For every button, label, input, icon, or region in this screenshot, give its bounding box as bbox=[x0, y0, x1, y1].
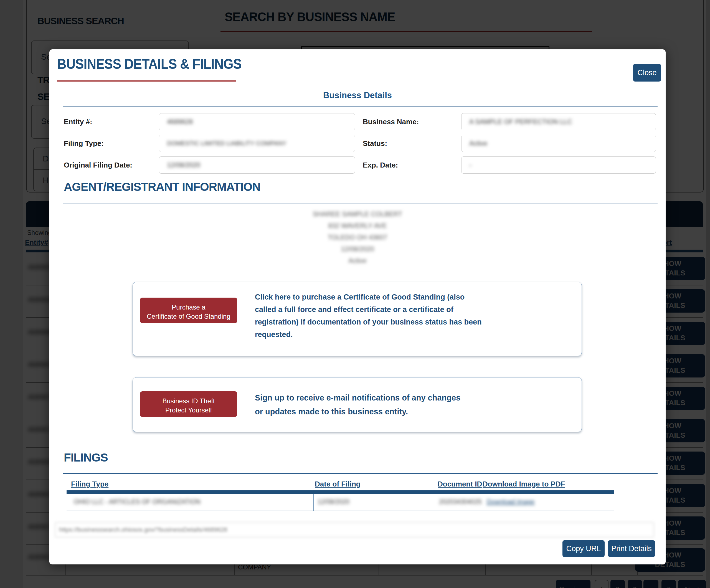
id-theft-callout: Business ID Theft Protect Yourself Sign … bbox=[133, 377, 582, 432]
filings-bottom-rule bbox=[67, 511, 614, 511]
status-label: Status: bbox=[363, 135, 387, 152]
certificate-callout-text: Click here to purchase a Certificate of … bbox=[255, 291, 482, 341]
filings-heading: FILINGS bbox=[64, 451, 108, 464]
original-filing-date-field: 12/08/2020 bbox=[159, 157, 355, 173]
status-value: Active bbox=[462, 135, 656, 152]
filing-type-value: DOMESTIC LIMITED LIABILITY COMPANY bbox=[159, 135, 355, 152]
exp-date-field: - bbox=[461, 157, 656, 173]
entity-number-label: Entity #: bbox=[64, 113, 92, 131]
business-id-theft-button[interactable]: Business ID Theft Protect Yourself bbox=[140, 391, 237, 417]
id-theft-callout-text: Sign up to receive e-mail notifications … bbox=[255, 391, 460, 419]
entity-number-value: 4689628 bbox=[159, 113, 355, 130]
section-divider bbox=[63, 204, 658, 204]
entity-number-field: 4689628 bbox=[159, 113, 355, 131]
business-details-heading: Business Details bbox=[49, 90, 666, 100]
status-field: Active bbox=[461, 135, 656, 152]
details-url-input[interactable] bbox=[55, 522, 654, 537]
agent-registrant-heading: AGENT/REGISTRANT INFORMATION bbox=[64, 180, 260, 194]
exp-date-label: Exp. Date: bbox=[363, 157, 398, 173]
filings-header-rule bbox=[67, 490, 614, 494]
business-name-value: A SAMPLE OF PERFECTION LLC bbox=[462, 113, 656, 130]
original-filing-date-value: 12/08/2020 bbox=[159, 157, 355, 173]
business-details-modal: BUSINESS DETAILS & FILINGS Close Busines… bbox=[49, 49, 666, 564]
close-button[interactable]: Close bbox=[633, 64, 661, 81]
filing-type-cell: OHIO LLC - ARTICLES OF ORGANIZATION bbox=[74, 498, 200, 505]
agent-city-state-zip: TOLEDO OH 43607 bbox=[49, 234, 666, 241]
cell-divider bbox=[313, 494, 314, 511]
filing-type-label: Filing Type: bbox=[64, 135, 104, 152]
agent-address: 832 WAVERLY AVE bbox=[49, 222, 666, 230]
cell-divider bbox=[482, 494, 482, 511]
business-name-label: Business Name: bbox=[363, 113, 419, 131]
section-divider bbox=[63, 473, 658, 474]
certificate-callout: Purchase a Certificate of Good Standing … bbox=[133, 282, 582, 356]
filings-col-document-id[interactable]: Document ID bbox=[437, 480, 482, 489]
filings-col-date[interactable]: Date of Filing bbox=[315, 480, 360, 489]
filings-col-download[interactable]: Download Image to PDF bbox=[482, 480, 565, 489]
business-name-field: A SAMPLE OF PERFECTION LLC bbox=[461, 113, 656, 131]
copy-url-button[interactable]: Copy URL bbox=[563, 540, 605, 557]
agent-name: SHAREE SAMPLE COLBERT bbox=[49, 210, 666, 218]
modal-title-underline bbox=[57, 80, 236, 81]
agent-status: Active bbox=[49, 257, 666, 265]
screen: BUSINESS SEARCH SEARCH BY BUSINESS NAME … bbox=[0, 0, 710, 588]
filing-date-cell: 12/08/2020 bbox=[317, 498, 350, 505]
purchase-certificate-button[interactable]: Purchase a Certificate of Good Standing bbox=[140, 298, 237, 323]
exp-date-value: - bbox=[462, 157, 656, 173]
filings-col-filing-type[interactable]: Filing Type bbox=[71, 480, 109, 489]
document-id-cell: 202034304025 bbox=[439, 498, 482, 505]
section-divider bbox=[63, 106, 658, 107]
download-image-link[interactable]: Download Image bbox=[487, 498, 535, 505]
filing-type-field: DOMESTIC LIMITED LIABILITY COMPANY bbox=[159, 135, 355, 152]
modal-title: BUSINESS DETAILS & FILINGS bbox=[57, 56, 241, 72]
agent-date: 12/08/2020 bbox=[49, 245, 666, 253]
original-filing-date-label: Original Filing Date: bbox=[64, 157, 132, 173]
print-details-button[interactable]: Print Details bbox=[608, 540, 655, 557]
